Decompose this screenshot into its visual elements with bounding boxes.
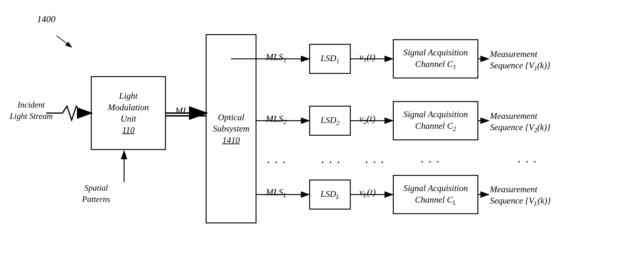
lsdL-box: LSDL	[309, 180, 351, 210]
spatial-patterns-label: SpatialPatterns	[82, 182, 110, 205]
optical-box: OpticalSubsystem1410	[206, 34, 256, 223]
ms2-label: MeasurementSequence {V2(k)}	[490, 110, 550, 134]
dots-col1: · · ·	[267, 155, 286, 170]
svg-line-2	[56, 36, 72, 47]
dots-col4: · · ·	[420, 154, 440, 169]
dots-col3: · · ·	[365, 155, 385, 170]
lmu-box: LightModulationUnit110	[91, 76, 166, 150]
figure-number-label: 1400	[37, 13, 56, 25]
mls2-label: MLS2	[266, 113, 286, 126]
dots-col2: · · ·	[321, 155, 341, 170]
lsd1-box: LSD1	[309, 44, 351, 74]
mlsL-label: MLSL	[266, 187, 287, 199]
mls1-label: MLS1	[266, 51, 286, 64]
sacL-box: Signal AcquisitionChannel CL	[393, 175, 478, 214]
lsd2-box: LSD2	[309, 106, 351, 136]
optical-label: OpticalSubsystem1410	[213, 112, 249, 146]
diagram: 1400 IncidentLight Stream SpatialPattern…	[0, 0, 644, 264]
ms1-label: MeasurementSequence {V1(k)}	[490, 48, 550, 72]
msL-label: MeasurementSequence {VL(k)}	[490, 184, 551, 208]
sac2-box: Signal AcquisitionChannel C2	[393, 101, 478, 140]
vLt-label: vL(t)	[359, 187, 376, 199]
sac1-box: Signal AcquisitionChannel C1	[393, 39, 478, 78]
mls-label: MLS	[175, 105, 193, 117]
dots-col5: · · ·	[518, 154, 537, 169]
v2t-label: v2(t)	[359, 113, 376, 126]
incident-light-label: IncidentLight Stream	[10, 99, 53, 122]
lmu-label: LightModulationUnit110	[108, 90, 149, 136]
v1t-label: v1(t)	[359, 51, 376, 64]
